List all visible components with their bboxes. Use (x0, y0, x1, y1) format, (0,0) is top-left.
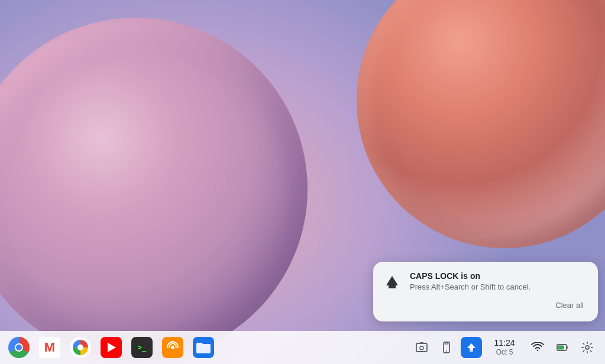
shelf-app-chrome[interactable] (5, 333, 33, 362)
files-folder-svg (196, 342, 211, 353)
gmail-icon: M (39, 337, 60, 358)
shelf-app-gmail[interactable]: M (35, 333, 64, 362)
shelf-app-radio[interactable] (158, 333, 187, 362)
screenshot-icon (416, 342, 428, 353)
screenshot-tray-button[interactable] (411, 337, 432, 358)
shelf-app-photos[interactable] (66, 333, 95, 362)
svg-point-0 (77, 344, 83, 350)
caps-lock-icon (383, 272, 402, 291)
phone-hub-tray-button[interactable] (436, 337, 457, 358)
svg-rect-2 (416, 343, 427, 352)
sphere-right (357, 0, 605, 248)
svg-marker-8 (467, 343, 475, 350)
photos-icon (70, 337, 91, 358)
files-icon (193, 337, 214, 358)
shelf-app-terminal[interactable]: >_ (128, 333, 156, 362)
battery-icon (557, 342, 568, 353)
wifi-icon (531, 342, 544, 353)
time-display: 11:24 (494, 338, 515, 348)
svg-point-4 (420, 346, 423, 350)
notification-title: CAPS LOCK is on (410, 271, 588, 281)
caps-lock-tray-icon (465, 342, 477, 353)
svg-point-6 (446, 350, 447, 352)
shelf-apps: M >_ (5, 333, 411, 362)
svg-point-13 (585, 346, 589, 349)
notification-popup: CAPS LOCK is on Press Alt+Search or Shif… (373, 262, 598, 321)
settings-icon (581, 342, 593, 353)
svg-rect-3 (420, 342, 423, 343)
system-tray: 11:24 Oct 5 (411, 336, 600, 359)
quick-settings-tray-button[interactable] (577, 337, 598, 358)
caps-arrow-base (389, 285, 396, 288)
notification-content: CAPS LOCK is on Press Alt+Search or Shif… (383, 271, 588, 291)
notification-body: Press Alt+Search or Shift to cancel. (410, 282, 588, 291)
shelf-app-files[interactable] (189, 333, 218, 362)
notification-text-block: CAPS LOCK is on Press Alt+Search or Shif… (410, 271, 588, 291)
svg-point-1 (171, 346, 174, 349)
svg-rect-9 (470, 350, 473, 352)
photos-svg (72, 339, 89, 356)
time-date-button[interactable]: 11:24 Oct 5 (486, 336, 523, 359)
shelf-app-youtube[interactable] (97, 333, 125, 362)
sphere-left (0, 18, 308, 360)
youtube-icon (101, 337, 122, 358)
notification-footer: Clear all (383, 298, 588, 312)
phone-icon (441, 342, 452, 353)
youtube-play-icon (108, 343, 116, 352)
battery-tray-button[interactable] (552, 337, 573, 358)
gmail-m-letter: M (44, 341, 55, 354)
date-display: Oct 5 (496, 348, 513, 356)
taskbar: M >_ (0, 331, 605, 364)
clear-all-button[interactable]: Clear all (551, 298, 588, 312)
wifi-tray-button[interactable] (527, 337, 548, 358)
caps-arrow-up (386, 276, 398, 285)
chrome-icon (8, 337, 30, 358)
radio-waves-svg (166, 341, 179, 354)
svg-rect-12 (558, 346, 564, 350)
caps-lock-tray-button[interactable] (461, 337, 482, 358)
terminal-icon: >_ (131, 337, 153, 358)
svg-rect-11 (567, 346, 568, 349)
radio-icon (162, 337, 183, 358)
